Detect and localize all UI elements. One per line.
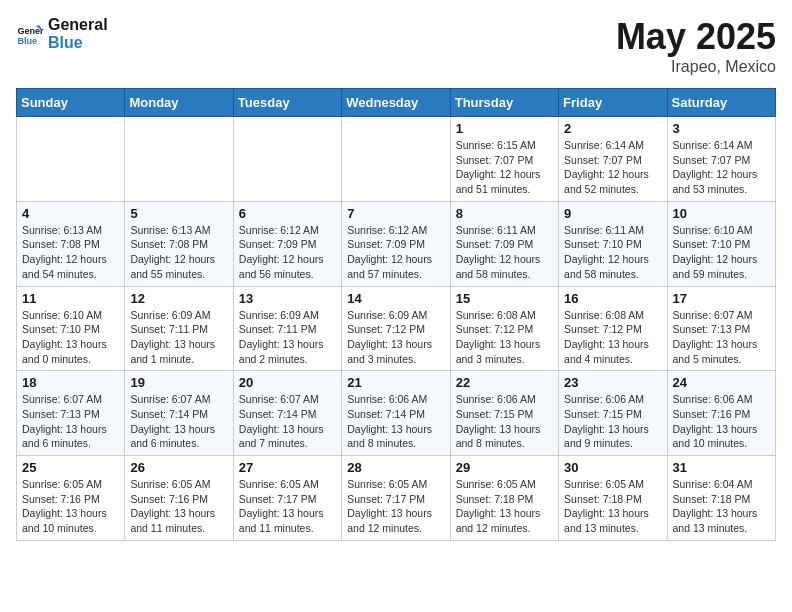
day-number: 24 (673, 375, 770, 390)
day-cell: 9Sunrise: 6:11 AM Sunset: 7:10 PM Daylig… (559, 201, 667, 286)
day-cell: 1Sunrise: 6:15 AM Sunset: 7:07 PM Daylig… (450, 117, 558, 202)
day-cell: 19Sunrise: 6:07 AM Sunset: 7:14 PM Dayli… (125, 371, 233, 456)
weekday-header-tuesday: Tuesday (233, 89, 341, 117)
day-number: 5 (130, 206, 227, 221)
day-number: 13 (239, 291, 336, 306)
day-number: 1 (456, 121, 553, 136)
day-cell: 14Sunrise: 6:09 AM Sunset: 7:12 PM Dayli… (342, 286, 450, 371)
week-row-5: 25Sunrise: 6:05 AM Sunset: 7:16 PM Dayli… (17, 456, 776, 541)
day-cell: 15Sunrise: 6:08 AM Sunset: 7:12 PM Dayli… (450, 286, 558, 371)
day-info: Sunrise: 6:11 AM Sunset: 7:10 PM Dayligh… (564, 223, 661, 282)
day-info: Sunrise: 6:09 AM Sunset: 7:11 PM Dayligh… (239, 308, 336, 367)
weekday-header-thursday: Thursday (450, 89, 558, 117)
day-cell: 29Sunrise: 6:05 AM Sunset: 7:18 PM Dayli… (450, 456, 558, 541)
logo-blue: Blue (48, 34, 108, 52)
day-number: 18 (22, 375, 119, 390)
day-info: Sunrise: 6:05 AM Sunset: 7:16 PM Dayligh… (130, 477, 227, 536)
day-number: 14 (347, 291, 444, 306)
day-cell: 26Sunrise: 6:05 AM Sunset: 7:16 PM Dayli… (125, 456, 233, 541)
day-cell: 17Sunrise: 6:07 AM Sunset: 7:13 PM Dayli… (667, 286, 775, 371)
day-number: 8 (456, 206, 553, 221)
day-cell: 4Sunrise: 6:13 AM Sunset: 7:08 PM Daylig… (17, 201, 125, 286)
day-info: Sunrise: 6:08 AM Sunset: 7:12 PM Dayligh… (564, 308, 661, 367)
month-title: May 2025 (616, 16, 776, 58)
day-info: Sunrise: 6:04 AM Sunset: 7:18 PM Dayligh… (673, 477, 770, 536)
day-number: 6 (239, 206, 336, 221)
day-info: Sunrise: 6:15 AM Sunset: 7:07 PM Dayligh… (456, 138, 553, 197)
day-cell: 6Sunrise: 6:12 AM Sunset: 7:09 PM Daylig… (233, 201, 341, 286)
day-number: 23 (564, 375, 661, 390)
day-info: Sunrise: 6:12 AM Sunset: 7:09 PM Dayligh… (347, 223, 444, 282)
day-cell: 31Sunrise: 6:04 AM Sunset: 7:18 PM Dayli… (667, 456, 775, 541)
day-cell: 3Sunrise: 6:14 AM Sunset: 7:07 PM Daylig… (667, 117, 775, 202)
day-info: Sunrise: 6:05 AM Sunset: 7:18 PM Dayligh… (564, 477, 661, 536)
day-info: Sunrise: 6:11 AM Sunset: 7:09 PM Dayligh… (456, 223, 553, 282)
day-cell: 16Sunrise: 6:08 AM Sunset: 7:12 PM Dayli… (559, 286, 667, 371)
day-cell: 7Sunrise: 6:12 AM Sunset: 7:09 PM Daylig… (342, 201, 450, 286)
day-info: Sunrise: 6:05 AM Sunset: 7:16 PM Dayligh… (22, 477, 119, 536)
day-info: Sunrise: 6:13 AM Sunset: 7:08 PM Dayligh… (130, 223, 227, 282)
day-number: 28 (347, 460, 444, 475)
weekday-header-sunday: Sunday (17, 89, 125, 117)
day-cell: 10Sunrise: 6:10 AM Sunset: 7:10 PM Dayli… (667, 201, 775, 286)
weekday-header-wednesday: Wednesday (342, 89, 450, 117)
day-number: 20 (239, 375, 336, 390)
day-info: Sunrise: 6:06 AM Sunset: 7:16 PM Dayligh… (673, 392, 770, 451)
day-number: 10 (673, 206, 770, 221)
day-cell (125, 117, 233, 202)
day-info: Sunrise: 6:13 AM Sunset: 7:08 PM Dayligh… (22, 223, 119, 282)
day-cell: 30Sunrise: 6:05 AM Sunset: 7:18 PM Dayli… (559, 456, 667, 541)
logo-icon: General Blue (16, 20, 44, 48)
location: Irapeo, Mexico (616, 58, 776, 76)
day-cell: 11Sunrise: 6:10 AM Sunset: 7:10 PM Dayli… (17, 286, 125, 371)
logo: General Blue General Blue (16, 16, 108, 52)
day-info: Sunrise: 6:06 AM Sunset: 7:15 PM Dayligh… (456, 392, 553, 451)
day-info: Sunrise: 6:07 AM Sunset: 7:14 PM Dayligh… (130, 392, 227, 451)
day-number: 27 (239, 460, 336, 475)
title-block: May 2025 Irapeo, Mexico (616, 16, 776, 76)
day-info: Sunrise: 6:07 AM Sunset: 7:13 PM Dayligh… (673, 308, 770, 367)
day-cell: 22Sunrise: 6:06 AM Sunset: 7:15 PM Dayli… (450, 371, 558, 456)
day-cell (17, 117, 125, 202)
day-info: Sunrise: 6:05 AM Sunset: 7:17 PM Dayligh… (347, 477, 444, 536)
day-cell: 20Sunrise: 6:07 AM Sunset: 7:14 PM Dayli… (233, 371, 341, 456)
day-number: 26 (130, 460, 227, 475)
day-number: 22 (456, 375, 553, 390)
day-number: 29 (456, 460, 553, 475)
day-number: 4 (22, 206, 119, 221)
day-info: Sunrise: 6:09 AM Sunset: 7:12 PM Dayligh… (347, 308, 444, 367)
day-cell: 5Sunrise: 6:13 AM Sunset: 7:08 PM Daylig… (125, 201, 233, 286)
calendar-table: SundayMondayTuesdayWednesdayThursdayFrid… (16, 88, 776, 541)
logo-general: General (48, 16, 108, 34)
day-cell: 12Sunrise: 6:09 AM Sunset: 7:11 PM Dayli… (125, 286, 233, 371)
day-number: 7 (347, 206, 444, 221)
day-number: 12 (130, 291, 227, 306)
day-info: Sunrise: 6:10 AM Sunset: 7:10 PM Dayligh… (22, 308, 119, 367)
day-info: Sunrise: 6:14 AM Sunset: 7:07 PM Dayligh… (564, 138, 661, 197)
weekday-header-saturday: Saturday (667, 89, 775, 117)
day-number: 17 (673, 291, 770, 306)
weekday-header-friday: Friday (559, 89, 667, 117)
page-header: General Blue General Blue May 2025 Irape… (16, 16, 776, 76)
day-cell (342, 117, 450, 202)
day-number: 25 (22, 460, 119, 475)
day-info: Sunrise: 6:14 AM Sunset: 7:07 PM Dayligh… (673, 138, 770, 197)
day-info: Sunrise: 6:07 AM Sunset: 7:13 PM Dayligh… (22, 392, 119, 451)
day-cell: 18Sunrise: 6:07 AM Sunset: 7:13 PM Dayli… (17, 371, 125, 456)
svg-text:Blue: Blue (17, 36, 37, 46)
day-number: 16 (564, 291, 661, 306)
day-cell: 13Sunrise: 6:09 AM Sunset: 7:11 PM Dayli… (233, 286, 341, 371)
day-info: Sunrise: 6:10 AM Sunset: 7:10 PM Dayligh… (673, 223, 770, 282)
day-cell: 2Sunrise: 6:14 AM Sunset: 7:07 PM Daylig… (559, 117, 667, 202)
day-number: 21 (347, 375, 444, 390)
weekday-header-monday: Monday (125, 89, 233, 117)
week-row-2: 4Sunrise: 6:13 AM Sunset: 7:08 PM Daylig… (17, 201, 776, 286)
day-cell: 8Sunrise: 6:11 AM Sunset: 7:09 PM Daylig… (450, 201, 558, 286)
day-cell: 27Sunrise: 6:05 AM Sunset: 7:17 PM Dayli… (233, 456, 341, 541)
day-info: Sunrise: 6:09 AM Sunset: 7:11 PM Dayligh… (130, 308, 227, 367)
day-number: 2 (564, 121, 661, 136)
day-cell: 25Sunrise: 6:05 AM Sunset: 7:16 PM Dayli… (17, 456, 125, 541)
weekday-header-row: SundayMondayTuesdayWednesdayThursdayFrid… (17, 89, 776, 117)
day-cell: 28Sunrise: 6:05 AM Sunset: 7:17 PM Dayli… (342, 456, 450, 541)
week-row-4: 18Sunrise: 6:07 AM Sunset: 7:13 PM Dayli… (17, 371, 776, 456)
